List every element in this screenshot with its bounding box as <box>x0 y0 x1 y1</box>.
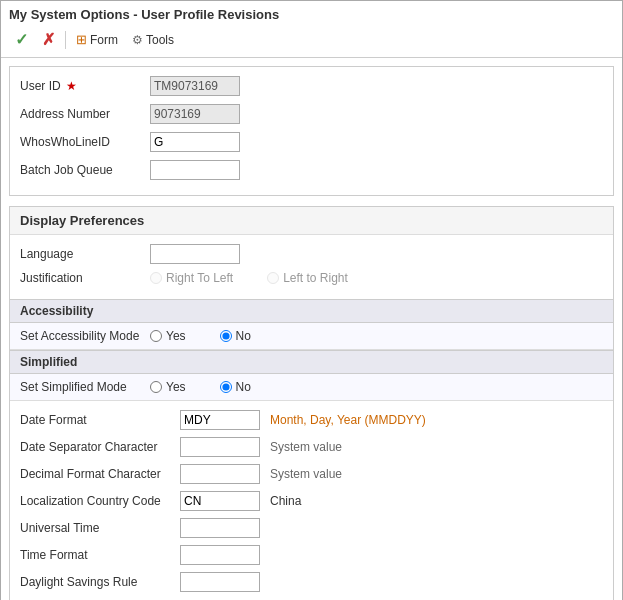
user-id-label: User ID ★ <box>20 79 150 93</box>
decimal-hint: System value <box>270 467 342 481</box>
date-sep-hint: System value <box>270 440 342 454</box>
decimal-row: Decimal Format Character System value <box>20 463 603 485</box>
display-prefs-header: Display Preferences <box>10 207 613 235</box>
time-format-input[interactable] <box>180 545 260 565</box>
language-label: Language <box>20 247 150 261</box>
simplified-yes-option: Yes <box>150 380 186 394</box>
accessibility-yes-option: Yes <box>150 329 186 343</box>
universal-time-input[interactable] <box>180 518 260 538</box>
simplified-row: Set Simplified Mode Yes No <box>10 374 613 401</box>
accessibility-no-radio[interactable] <box>220 330 232 342</box>
accessibility-yes-label: Yes <box>166 329 186 343</box>
justification-radio-group: Right To Left Left to Right <box>150 271 378 285</box>
batch-job-input[interactable] <box>150 160 240 180</box>
set-accessibility-label: Set Accessibility Mode <box>20 329 150 343</box>
check-icon: ✓ <box>15 30 28 49</box>
time-format-label: Time Format <box>20 548 180 562</box>
simplified-yes-radio[interactable] <box>150 381 162 393</box>
address-number-input[interactable] <box>150 104 240 124</box>
accessibility-radio-group: Yes No <box>150 329 281 343</box>
simplified-yes-label: Yes <box>166 380 186 394</box>
save-button[interactable]: ✓ <box>9 28 34 51</box>
date-format-input[interactable] <box>180 410 260 430</box>
tools-button[interactable]: ⚙ Tools <box>126 31 180 49</box>
address-number-label: Address Number <box>20 107 150 121</box>
date-sep-label: Date Separator Character <box>20 440 180 454</box>
accessibility-row: Set Accessibility Mode Yes No <box>10 323 613 350</box>
main-window: My System Options - User Profile Revisio… <box>0 0 623 600</box>
whos-who-label: WhosWhoLineID <box>20 135 150 149</box>
toolbar-separator <box>65 31 66 49</box>
left-to-right-label: Left to Right <box>283 271 348 285</box>
required-star: ★ <box>66 79 77 93</box>
simplified-no-radio[interactable] <box>220 381 232 393</box>
localization-hint: China <box>270 494 301 508</box>
page-title: My System Options - User Profile Revisio… <box>9 7 614 22</box>
localization-input[interactable] <box>180 491 260 511</box>
daylight-input[interactable] <box>180 572 260 592</box>
user-fields-section: User ID ★ Address Number WhosWhoLineID <box>9 66 614 196</box>
whos-who-row: WhosWhoLineID <box>20 131 603 153</box>
right-to-left-radio[interactable] <box>150 272 162 284</box>
date-format-label: Date Format <box>20 413 180 427</box>
user-id-input[interactable] <box>150 76 240 96</box>
toolbar: ✓ ✗ ⊞ Form ⚙ Tools <box>9 26 614 53</box>
date-format-hint: Month, Day, Year (MMDDYY) <box>270 413 426 427</box>
batch-job-label: Batch Job Queue <box>20 163 150 177</box>
content-area: User ID ★ Address Number WhosWhoLineID <box>1 58 622 600</box>
simplified-no-option: No <box>220 380 251 394</box>
left-to-right-option: Left to Right <box>267 271 348 285</box>
form-icon: ⊞ <box>76 32 87 47</box>
simplified-radio-group: Yes No <box>150 380 281 394</box>
form-button[interactable]: ⊞ Form <box>70 30 124 49</box>
language-input[interactable] <box>150 244 240 264</box>
right-to-left-option: Right To Left <box>150 271 233 285</box>
localization-label: Localization Country Code <box>20 494 180 508</box>
daylight-label: Daylight Savings Rule <box>20 575 180 589</box>
accessibility-no-label: No <box>236 329 251 343</box>
tools-icon: ⚙ <box>132 33 143 47</box>
tools-label: Tools <box>146 33 174 47</box>
simplified-header: Simplified <box>10 350 613 374</box>
set-simplified-label: Set Simplified Mode <box>20 380 150 394</box>
daylight-row: Daylight Savings Rule <box>20 571 603 593</box>
language-row: Language <box>20 243 603 265</box>
cancel-button[interactable]: ✗ <box>36 28 61 51</box>
date-format-row: Date Format Month, Day, Year (MMDDYY) <box>20 409 603 431</box>
accessibility-header: Accessibility <box>10 299 613 323</box>
x-icon: ✗ <box>42 30 55 49</box>
date-sep-row: Date Separator Character System value <box>20 436 603 458</box>
display-prefs-section: Display Preferences Language Justificati… <box>9 206 614 600</box>
accessibility-yes-radio[interactable] <box>150 330 162 342</box>
justification-label: Justification <box>20 271 150 285</box>
address-number-row: Address Number <box>20 103 603 125</box>
decimal-label: Decimal Format Character <box>20 467 180 481</box>
user-fields-inner: User ID ★ Address Number WhosWhoLineID <box>10 67 613 195</box>
justification-row: Justification Right To Left Left to Righ… <box>20 271 603 285</box>
time-format-row: Time Format <box>20 544 603 566</box>
right-to-left-label: Right To Left <box>166 271 233 285</box>
display-prefs-inner: Language Justification Right To Left Lef… <box>10 235 613 299</box>
user-id-row: User ID ★ <box>20 75 603 97</box>
localization-row: Localization Country Code China <box>20 490 603 512</box>
left-to-right-radio[interactable] <box>267 272 279 284</box>
simplified-no-label: No <box>236 380 251 394</box>
whos-who-input[interactable] <box>150 132 240 152</box>
accessibility-no-option: No <box>220 329 251 343</box>
universal-time-row: Universal Time <box>20 517 603 539</box>
batch-job-row: Batch Job Queue <box>20 159 603 181</box>
date-sep-input[interactable] <box>180 437 260 457</box>
universal-time-label: Universal Time <box>20 521 180 535</box>
title-bar: My System Options - User Profile Revisio… <box>1 1 622 58</box>
form-label: Form <box>90 33 118 47</box>
date-section: Date Format Month, Day, Year (MMDDYY) Da… <box>10 401 613 600</box>
decimal-input[interactable] <box>180 464 260 484</box>
